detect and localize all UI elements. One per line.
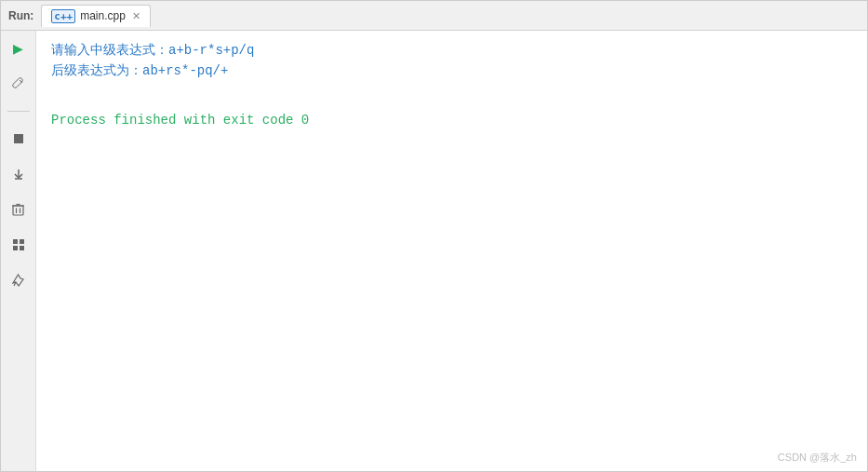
title-bar: Run: c++ main.cpp ✕	[1, 1, 867, 31]
svg-rect-12	[20, 246, 24, 250]
pin-icon[interactable]	[8, 270, 29, 290]
file-tab[interactable]: c++ main.cpp ✕	[41, 5, 151, 27]
app-window: Run: c++ main.cpp ✕ ▶	[0, 0, 868, 472]
toolbar-divider	[7, 111, 30, 112]
svg-rect-10	[20, 239, 24, 244]
svg-rect-9	[13, 239, 18, 244]
svg-rect-11	[13, 246, 18, 250]
output-line-1: 请输入中级表达式：a+b-r*s+p/q	[51, 40, 852, 61]
stop-icon[interactable]	[8, 128, 29, 149]
output-line-3	[51, 82, 852, 102]
output-panel: 请输入中级表达式：a+b-r*s+p/q 后级表达式为：ab+rs*-pq/+ …	[36, 31, 867, 471]
left-toolbar: ▶	[1, 31, 36, 471]
step-down-icon[interactable]	[8, 164, 29, 184]
svg-rect-1	[14, 134, 23, 143]
content-area: ▶	[1, 31, 867, 471]
wrench-icon[interactable]	[8, 74, 29, 94]
cpp-icon: c++	[51, 9, 75, 23]
output-line-4: Process finished with exit code 0	[51, 110, 852, 130]
watermark: CSDN @落水_zh	[778, 451, 857, 465]
trash-icon[interactable]	[8, 199, 29, 220]
play-icon[interactable]: ▶	[8, 38, 29, 59]
tab-close-button[interactable]: ✕	[132, 10, 140, 22]
svg-rect-4	[13, 206, 23, 215]
run-label: Run:	[8, 9, 33, 22]
tab-filename: main.cpp	[80, 9, 126, 22]
layout-icon[interactable]	[8, 235, 29, 255]
output-line-2: 后级表达式为：ab+rs*-pq/+	[51, 61, 852, 81]
